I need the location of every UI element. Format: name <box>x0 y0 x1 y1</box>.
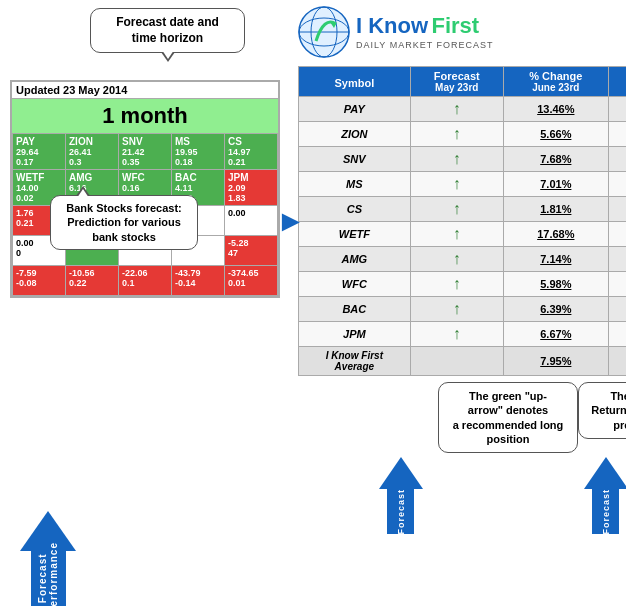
logo-first: First <box>431 13 479 38</box>
cell-r5c1: -7.59-0.08 <box>13 266 66 296</box>
month-header: 1 month <box>12 98 278 134</box>
up-arrow-icon: ↑ <box>453 200 461 217</box>
bank-callout: Bank Stocks forecast: Prediction for var… <box>50 195 198 250</box>
bottom-section: The green "up- arrow" denotes a recommen… <box>298 382 626 453</box>
table-row: PAY↑13.46%✓ <box>299 97 627 122</box>
logo-iknow: I Know <box>356 13 428 38</box>
up-arrow-icon: ↑ <box>453 125 461 142</box>
pct-change-value: 13.46% <box>537 103 574 115</box>
symbol-cell: WETF <box>299 222 411 247</box>
forecast-arrow-cell: ↑ <box>410 222 503 247</box>
symbol-cell: AMG <box>299 247 411 272</box>
pct-change-value: 17.68% <box>537 228 574 240</box>
pct-change-value: 7.14% <box>540 253 571 265</box>
th-forecast: Forecast <box>410 67 503 83</box>
stock-box: Updated 23 May 2014 1 month PAY29.640.17… <box>10 80 280 298</box>
forecast-bubble: Forecast date and time horizon <box>90 8 245 53</box>
left-arrow-container: Forecast Performance <box>20 511 76 606</box>
updated-label: Updated 23 May 2014 <box>12 82 278 98</box>
cell-r5c4: -43.79-0.14 <box>172 266 225 296</box>
table-header-top: Symbol Forecast % Change Accuracy <box>299 67 627 83</box>
forecast-tbody: PAY↑13.46%✓ZION↑5.66%✓SNV↑7.68%✓MS↑7.01%… <box>299 97 627 376</box>
avg-check-cell: ✓ <box>608 347 626 376</box>
forecast-performance-arrow-body: Forecast Performance <box>31 551 66 606</box>
table-row: ZION↑5.66%✓ <box>299 122 627 147</box>
accuracy-check-cell: ✓ <box>608 97 626 122</box>
table-arrow-indicator: ► <box>276 204 306 238</box>
accuracy-check-cell: ✓ <box>608 172 626 197</box>
th-symbol: Symbol <box>299 67 411 97</box>
forecast-arrow-right-label: Forecast <box>601 489 611 535</box>
forecast-arrow-left: Forecast <box>379 457 423 534</box>
average-return-callout: The Average Return of the above predicti… <box>578 382 626 439</box>
pct-change-cell: 13.46% <box>503 97 608 122</box>
bank-callout-text: Bank Stocks forecast: Prediction for var… <box>66 202 182 243</box>
pct-change-value: 6.67% <box>540 328 571 340</box>
symbol-cell: CS <box>299 197 411 222</box>
logo-icon <box>298 6 350 58</box>
symbol-cell: MS <box>299 172 411 197</box>
cell-r4c5: -5.2847 <box>225 236 278 266</box>
th-forecast-date: May 23rd <box>410 82 503 97</box>
pct-change-cell: 5.66% <box>503 122 608 147</box>
pct-change-value: 1.81% <box>540 203 571 215</box>
accuracy-check-cell: ✓ <box>608 197 626 222</box>
pct-change-value: 5.98% <box>540 278 571 290</box>
pct-change-cell: 1.81% <box>503 197 608 222</box>
table-row: JPM↑6.67%✓ <box>299 322 627 347</box>
logo-area: I Know First Daily Market Forecast <box>298 6 626 58</box>
accuracy-check-cell: ✓ <box>608 272 626 297</box>
cell-r5c3: -22.060.1 <box>119 266 172 296</box>
up-arrow-icon: ↑ <box>453 325 461 342</box>
pct-change-cell: 5.98% <box>503 272 608 297</box>
cell-JPM: JPM2.091.83 <box>225 170 278 206</box>
up-arrow-icon: ↑ <box>453 275 461 292</box>
main-container: Forecast date and time horizon Updated 2… <box>0 0 626 611</box>
pct-change-value: 5.66% <box>540 128 571 140</box>
cell-CS: CS14.970.21 <box>225 134 278 170</box>
up-arrow-icon: ↑ <box>453 300 461 317</box>
cell-ZION: ZION26.410.3 <box>66 134 119 170</box>
pct-change-cell: 7.68% <box>503 147 608 172</box>
green-arrow-callout: The green "up- arrow" denotes a recommen… <box>438 382 578 453</box>
table-row: WFC↑5.98%✓ <box>299 272 627 297</box>
forecast-arrow-cell: ↑ <box>410 197 503 222</box>
cell-MS: MS19.950.18 <box>172 134 225 170</box>
symbol-cell: PAY <box>299 97 411 122</box>
table-row: CS↑1.81%✓ <box>299 197 627 222</box>
symbol-cell: WFC <box>299 272 411 297</box>
logo-i-know-first: I Know First <box>356 13 494 39</box>
accuracy-check-cell: ✓ <box>608 247 626 272</box>
logo-text: I Know First Daily Market Forecast <box>356 13 494 50</box>
bottom-arrows: Forecast Forecast <box>298 457 626 534</box>
avg-pct-cell: 7.95% <box>503 347 608 376</box>
avg-pct-value: 7.95% <box>540 355 571 367</box>
forecast-table: Symbol Forecast % Change Accuracy <box>298 66 626 376</box>
pct-change-value: 7.01% <box>540 178 571 190</box>
table-row: BAC↑6.39%✓ <box>299 297 627 322</box>
symbol-cell: ZION <box>299 122 411 147</box>
forecast-arrow-cell: ↑ <box>410 322 503 347</box>
pct-change-cell: 6.39% <box>503 297 608 322</box>
pct-change-value: 6.39% <box>540 303 571 315</box>
forecast-arrow-cell: ↑ <box>410 247 503 272</box>
accuracy-check-cell: ✓ <box>608 147 626 172</box>
forecast-bubble-text: Forecast date and time horizon <box>116 15 219 45</box>
symbol-cell: SNV <box>299 147 411 172</box>
up-arrow-icon: ↑ <box>453 175 461 192</box>
pct-change-cell: 6.67% <box>503 322 608 347</box>
table-wrapper: ► Symbol Forecast % Change <box>298 66 626 376</box>
th-pctchange: % Change <box>503 67 608 83</box>
symbol-cell: JPM <box>299 322 411 347</box>
avg-empty-cell <box>410 347 503 376</box>
up-arrow-icon: ↑ <box>453 250 461 267</box>
table-row: AMG↑7.14%✓ <box>299 247 627 272</box>
average-return-callout-text: The Average Return of the above predicti… <box>591 390 626 431</box>
forecast-arrow-right-body: Forecast <box>592 489 619 534</box>
forecast-arrow-left-body: Forecast <box>387 489 414 534</box>
th-pct-date: June 23rd <box>503 82 608 97</box>
symbol-cell: BAC <box>299 297 411 322</box>
forecast-arrow-cell: ↑ <box>410 147 503 172</box>
right-panel: I Know First Daily Market Forecast ► Sym… <box>290 0 626 611</box>
cell-r3c5: 0.00 <box>225 206 278 236</box>
